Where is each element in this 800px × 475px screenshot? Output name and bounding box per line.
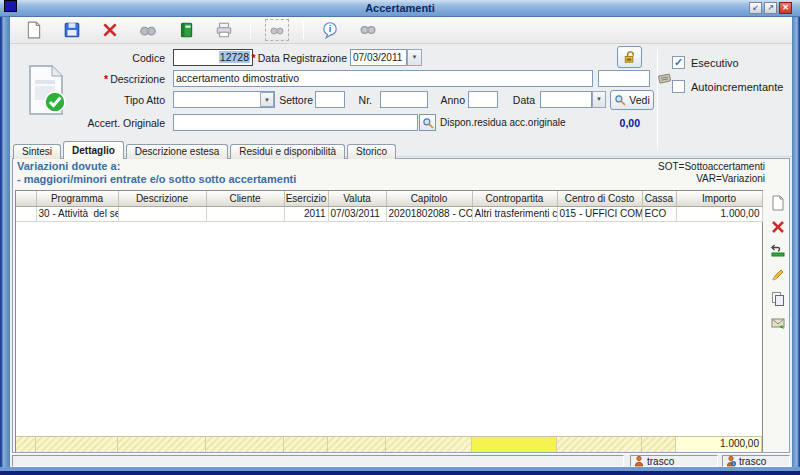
autoincrementante-label: Autoincrementante: [691, 81, 783, 93]
vedi-button[interactable]: Vedi: [610, 90, 654, 110]
col-cliente[interactable]: Cliente: [206, 191, 284, 206]
tipo-atto-label: Tipo Atto: [45, 94, 165, 106]
data-registrazione-label: *Data Registrazione: [227, 52, 347, 64]
cell-capitolo: 20201802088 - CONT: [386, 206, 472, 221]
copy-row-icon[interactable]: [768, 289, 788, 309]
col-importo[interactable]: Importo: [676, 191, 762, 206]
add-row-icon[interactable]: [768, 193, 788, 213]
magnifier-icon: [422, 117, 434, 129]
window-frame-left: [0, 17, 10, 467]
window-frame-right: [792, 17, 800, 467]
tab-sintesi[interactable]: Sintesi: [13, 144, 61, 159]
window-title: Accertamenti: [0, 2, 800, 14]
send-mail-icon[interactable]: [768, 313, 788, 333]
total-cell-highlight: [472, 437, 557, 452]
required-marker: *: [104, 73, 108, 85]
restore-window-button[interactable]: ↙: [749, 2, 762, 14]
nr-label: Nr.: [340, 94, 372, 106]
edit-row-icon[interactable]: [768, 265, 788, 285]
open-padlock-icon: [622, 50, 637, 65]
status-user-name: trasco: [647, 456, 674, 467]
total-cell: [386, 437, 472, 452]
legend-sot: SOT=Sottoaccertamenti: [658, 161, 765, 172]
tab-dettaglio[interactable]: Dettaglio: [63, 141, 124, 159]
table-row[interactable]: 30 - Attività del setto 2011 07/03/2011 …: [16, 206, 762, 221]
accert-originale-search-button[interactable]: [419, 114, 436, 131]
archive-book-icon[interactable]: [174, 19, 198, 41]
esecutivo-checkbox[interactable]: ✓: [672, 56, 685, 69]
new-record-icon[interactable]: [22, 19, 46, 41]
col-descrizione[interactable]: Descrizione: [118, 191, 206, 206]
col-cassa[interactable]: Cassa: [642, 191, 676, 206]
col-capitolo[interactable]: Capitolo: [386, 191, 472, 206]
accert-originale-input[interactable]: [173, 114, 418, 131]
status-user-panel: trasco: [630, 455, 718, 467]
window-frame-bottom: [0, 467, 800, 471]
col-programma[interactable]: Programma: [36, 191, 118, 206]
data-registrazione-input[interactable]: 07/03/2011: [350, 49, 407, 66]
total-cell: [36, 437, 118, 452]
tab-descrizione-estesa[interactable]: Descrizione estesa: [126, 144, 228, 159]
print-icon[interactable]: [212, 19, 236, 41]
data-registrazione-dropdown-button[interactable]: ▼: [407, 49, 422, 66]
status-bar: trasco i trasco: [10, 453, 792, 467]
status-session-name: trasco: [739, 456, 766, 467]
cell-contropartita: Altri trasferimenti cor: [472, 206, 557, 221]
toolbar-separator: [303, 21, 304, 39]
total-cell: [206, 437, 284, 452]
required-marker: *: [252, 52, 256, 64]
tab-storico[interactable]: Storico: [347, 144, 396, 159]
variazioni-heading-line1: Variazioni dovute a:: [17, 160, 120, 172]
title-bar: Accertamenti ↙ ↗ ✕: [0, 0, 800, 17]
delete-icon[interactable]: [98, 19, 122, 41]
row-toolbar: [767, 193, 789, 333]
total-cell: [16, 437, 36, 452]
data-atto-dropdown-button[interactable]: ▼: [592, 91, 606, 108]
row-selector-header[interactable]: [16, 191, 36, 206]
total-importo-value: 1.000,00: [676, 437, 762, 452]
advanced-search-icon[interactable]: [265, 19, 289, 41]
variazioni-grid: Programma Descrizione Cliente Esercizio …: [15, 190, 763, 452]
data-atto-input[interactable]: [540, 91, 592, 108]
descrizione-code-input[interactable]: [598, 70, 650, 87]
close-window-button[interactable]: ✕: [779, 2, 792, 14]
maximize-window-button[interactable]: ↗: [764, 2, 777, 14]
cell-descrizione: [118, 206, 206, 221]
linked-records-icon[interactable]: [356, 19, 380, 41]
autoincrementante-checkbox[interactable]: [672, 80, 685, 93]
tab-strip: Sintesi Dettaglio Descrizione estesa Res…: [13, 141, 396, 159]
total-cell: [642, 437, 676, 452]
magnifier-icon: [614, 94, 626, 106]
status-session-panel: i trasco: [722, 455, 790, 467]
tab-residui-e-disponibilita[interactable]: Residui e disponibilità: [230, 144, 345, 159]
svg-text:i: i: [733, 461, 734, 466]
legend-var: VAR=Variazioni: [696, 173, 765, 184]
dettaglio-panel: Variazioni dovute a: - maggiori/minori e…: [12, 158, 790, 453]
total-cell: [328, 437, 386, 452]
descrizione-input[interactable]: accertamento dimostrativo: [173, 70, 593, 87]
col-centro-di-costo[interactable]: Centro di Costo: [557, 191, 642, 206]
nr-input[interactable]: [380, 91, 428, 108]
save-icon[interactable]: [60, 19, 84, 41]
form-divider: [657, 49, 658, 149]
descrizione-label: *Descrizione: [45, 73, 165, 85]
total-cell: [557, 437, 642, 452]
search-binoculars-icon[interactable]: [136, 19, 160, 41]
total-cell: [284, 437, 328, 452]
delete-row-icon[interactable]: [768, 217, 788, 237]
main-toolbar: i: [10, 17, 792, 44]
info-icon[interactable]: i: [318, 19, 342, 41]
lock-button[interactable]: [617, 46, 642, 68]
col-valuta[interactable]: Valuta: [328, 191, 386, 206]
variazioni-heading-line2: - maggiori/minori entrate e/o sotto sott…: [17, 173, 296, 185]
anno-label: Anno: [425, 94, 465, 106]
svg-text:i: i: [329, 24, 332, 34]
cell-programma: 30 - Attività del setto: [36, 206, 118, 221]
row-selector-cell: [16, 206, 36, 221]
col-contropartita[interactable]: Contropartita: [472, 191, 557, 206]
undo-row-icon[interactable]: [768, 241, 788, 261]
total-cell: [118, 437, 206, 452]
col-esercizio[interactable]: Esercizio: [284, 191, 328, 206]
accert-originale-label: Accert. Originale: [65, 117, 165, 129]
settore-label: Settore: [265, 94, 313, 106]
